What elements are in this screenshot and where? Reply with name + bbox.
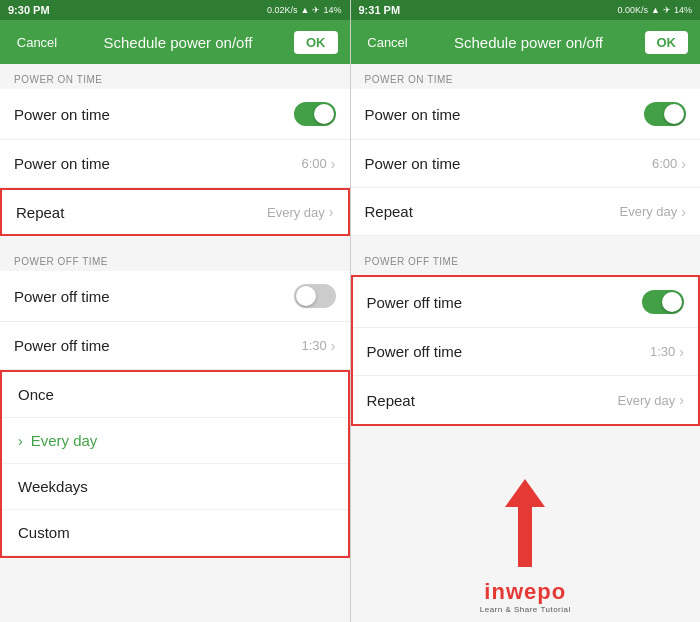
- network-speed-left: 0.02K/s: [267, 5, 298, 15]
- repeat-value-left: Every day: [267, 205, 325, 220]
- header-right: Cancel Schedule power on/off OK: [351, 20, 701, 64]
- repeat-label-right: Repeat: [365, 203, 413, 220]
- status-icons-left: 0.02K/s ▲ ✈ 14%: [267, 5, 341, 15]
- dropdown-custom-label: Custom: [18, 524, 70, 541]
- dropdown-everyday-label: Every day: [31, 432, 98, 449]
- power-off-time-row-left[interactable]: Power off time 1:30 ›: [0, 322, 350, 370]
- power-off-time-right-left: 1:30 ›: [302, 338, 336, 354]
- battery-right: 14%: [674, 5, 692, 15]
- wifi-icon: ▲: [301, 5, 310, 15]
- cancel-button-left[interactable]: Cancel: [12, 35, 62, 50]
- arrow-up-head: [505, 479, 545, 507]
- watermark-sub: Learn & Share Tutorial: [480, 605, 571, 614]
- cancel-button-right[interactable]: Cancel: [363, 35, 413, 50]
- left-panel: 9:30 PM 0.02K/s ▲ ✈ 14% Cancel Schedule …: [0, 0, 350, 622]
- power-off-repeat-label-right: Repeat: [367, 392, 415, 409]
- power-off-time-label-left: Power off time: [14, 337, 110, 354]
- ok-button-right[interactable]: OK: [645, 31, 689, 54]
- power-on-toggle-label-right: Power on time: [365, 106, 461, 123]
- power-on-label-right: POWER ON TIME: [351, 64, 701, 89]
- power-on-time-row-right[interactable]: Power on time 6:00 ›: [351, 140, 701, 188]
- repeat-right-left: Every day ›: [267, 204, 333, 220]
- repeat-right-right: Every day ›: [620, 204, 686, 220]
- power-off-label-left: POWER OFF TIME: [0, 246, 350, 271]
- power-on-time-label-right: Power on time: [365, 155, 461, 172]
- power-off-time-label-right: Power off time: [367, 343, 463, 360]
- status-icons-right: 0.00K/s ▲ ✈ 14%: [618, 5, 692, 15]
- airplane-icon-right: ✈: [663, 5, 671, 15]
- power-on-time-right-right: 6:00 ›: [652, 156, 686, 172]
- header-title-right: Schedule power on/off: [413, 34, 645, 51]
- dropdown-item-everyday[interactable]: › Every day: [2, 418, 348, 464]
- power-off-toggle-row-left[interactable]: Power off time: [0, 271, 350, 322]
- chevron-icon-r1: ›: [681, 156, 686, 172]
- power-on-time-value-left: 6:00: [302, 156, 327, 171]
- power-off-repeat-value-right: Every day: [618, 393, 676, 408]
- power-off-time-row-right[interactable]: Power off time 1:30 ›: [353, 328, 699, 376]
- power-on-toggle-right[interactable]: [644, 102, 686, 126]
- repeat-row-right[interactable]: Repeat Every day ›: [351, 188, 701, 236]
- repeat-label-left: Repeat: [16, 204, 64, 221]
- right-panel: 9:31 PM 0.00K/s ▲ ✈ 14% Cancel Schedule …: [351, 0, 701, 622]
- power-off-toggle-left[interactable]: [294, 284, 336, 308]
- power-on-time-label-left: Power on time: [14, 155, 110, 172]
- power-on-time-right-left: 6:00 ›: [302, 156, 336, 172]
- chevron-icon-r4: ›: [679, 392, 684, 408]
- header-title-left: Schedule power on/off: [62, 34, 294, 51]
- dropdown-item-once[interactable]: Once: [2, 372, 348, 418]
- toggle-knob: [314, 104, 334, 124]
- toggle-knob-2: [296, 286, 316, 306]
- power-off-repeat-right-right: Every day ›: [618, 392, 684, 408]
- power-off-time-right-right: 1:30 ›: [650, 344, 684, 360]
- watermark-brand: inwepo: [480, 579, 571, 605]
- header-left: Cancel Schedule power on/off OK: [0, 20, 350, 64]
- arrow-up-body: [518, 507, 532, 567]
- power-on-toggle-row-left[interactable]: Power on time: [0, 89, 350, 140]
- wifi-icon-right: ▲: [651, 5, 660, 15]
- chevron-icon-r3: ›: [679, 344, 684, 360]
- battery-left: 14%: [323, 5, 341, 15]
- power-off-time-value-right: 1:30: [650, 344, 675, 359]
- power-off-label-right: POWER OFF TIME: [351, 246, 701, 271]
- repeat-value-right: Every day: [620, 204, 678, 219]
- status-time-right: 9:31 PM: [359, 4, 401, 16]
- dropdown-weekdays-label: Weekdays: [18, 478, 88, 495]
- toggle-knob-r2: [662, 292, 682, 312]
- power-off-repeat-row-right[interactable]: Repeat Every day ›: [353, 376, 699, 424]
- section-gap-r: [351, 236, 701, 246]
- status-bar-right: 9:31 PM 0.00K/s ▲ ✈ 14%: [351, 0, 701, 20]
- power-off-toggle-row-right[interactable]: Power off time: [353, 277, 699, 328]
- dropdown-item-weekdays[interactable]: Weekdays: [2, 464, 348, 510]
- power-off-toggle-right[interactable]: [642, 290, 684, 314]
- toggle-knob-r1: [664, 104, 684, 124]
- status-time-left: 9:30 PM: [8, 4, 50, 16]
- power-on-toggle-row-right[interactable]: Power on time: [351, 89, 701, 140]
- section-gap-1: [0, 236, 350, 246]
- repeat-row-left[interactable]: Repeat Every day ›: [0, 188, 350, 236]
- dropdown-menu: Once › Every day Weekdays Custom: [0, 370, 350, 558]
- chevron-icon-2: ›: [329, 204, 334, 220]
- power-on-time-row-left[interactable]: Power on time 6:00 ›: [0, 140, 350, 188]
- up-arrow-container: [505, 479, 545, 567]
- status-bar-left: 9:30 PM 0.02K/s ▲ ✈ 14%: [0, 0, 350, 20]
- watermark: inwepo Learn & Share Tutorial: [480, 579, 571, 614]
- power-off-section-box: Power off time Power off time 1:30 › Rep…: [351, 275, 701, 426]
- dropdown-once-label: Once: [18, 386, 54, 403]
- power-on-label-left: POWER ON TIME: [0, 64, 350, 89]
- power-off-toggle-label-right: Power off time: [367, 294, 463, 311]
- dropdown-item-custom[interactable]: Custom: [2, 510, 348, 556]
- power-on-toggle-label-left: Power on time: [14, 106, 110, 123]
- chevron-icon-3: ›: [331, 338, 336, 354]
- power-off-time-value-left: 1:30: [302, 338, 327, 353]
- power-on-time-value-right: 6:00: [652, 156, 677, 171]
- check-icon: ›: [18, 433, 23, 449]
- network-speed-right: 0.00K/s: [618, 5, 649, 15]
- power-off-toggle-label-left: Power off time: [14, 288, 110, 305]
- chevron-icon-r2: ›: [681, 204, 686, 220]
- chevron-icon-1: ›: [331, 156, 336, 172]
- airplane-icon: ✈: [312, 5, 320, 15]
- power-on-toggle-left[interactable]: [294, 102, 336, 126]
- ok-button-left[interactable]: OK: [294, 31, 338, 54]
